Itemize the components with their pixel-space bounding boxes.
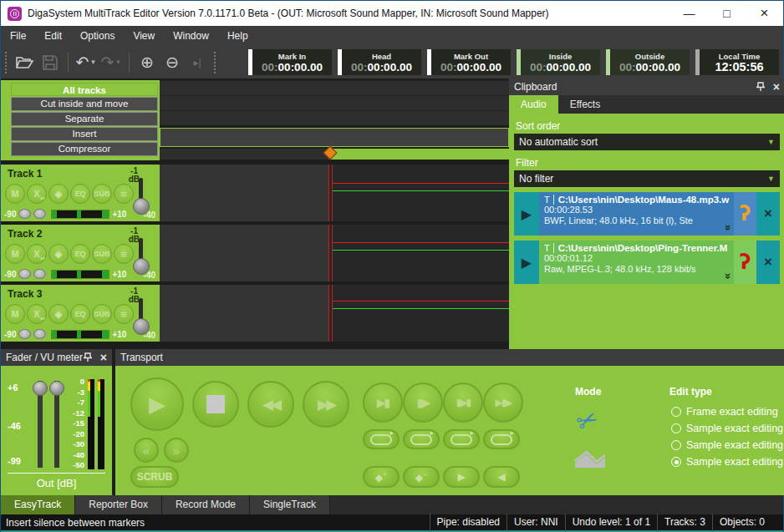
menu-help[interactable]: Help: [218, 26, 257, 46]
maximize-button[interactable]: □: [708, 1, 746, 26]
skip-back-button[interactable]: «: [134, 438, 159, 463]
insert-button[interactable]: Insert: [11, 127, 158, 141]
close-icon[interactable]: ×: [773, 81, 780, 93]
radio-icon[interactable]: [671, 407, 681, 417]
cut-mode-button[interactable]: ✂: [572, 403, 603, 438]
stop-button[interactable]: [192, 381, 239, 428]
mute-button[interactable]: M: [5, 244, 25, 264]
open-file-button[interactable]: [13, 50, 38, 75]
edit-option-row[interactable]: Frame exact editing: [671, 406, 778, 418]
eq-button[interactable]: EQ: [70, 244, 90, 264]
track-small-button[interactable]: [18, 269, 31, 279]
tab-effects[interactable]: Effects: [558, 95, 612, 114]
radio-icon[interactable]: [671, 440, 681, 450]
track1-wave-area[interactable]: [160, 165, 509, 221]
track-menu-button[interactable]: ≡: [114, 304, 134, 324]
menu-edit[interactable]: Edit: [35, 26, 71, 46]
zoom-out-button[interactable]: ⊖: [160, 50, 185, 75]
pin-icon[interactable]: [756, 82, 765, 92]
play-between-marks-button[interactable]: ▮▶▮: [443, 383, 483, 423]
rewind-button[interactable]: ◀◀: [247, 381, 294, 428]
edit-option-row[interactable]: Sample exact editing us: [671, 439, 784, 451]
menu-view[interactable]: View: [124, 26, 164, 46]
compressor-button[interactable]: Compressor: [11, 142, 158, 156]
eq-button[interactable]: EQ: [70, 304, 90, 324]
toolbar-grip[interactable]: [214, 52, 217, 73]
cut-button[interactable]: X✂: [27, 304, 47, 324]
tab-audio[interactable]: Audio: [509, 95, 558, 114]
edit-option-row[interactable]: Sample exact editing us: [671, 456, 784, 468]
skip-forward-button[interactable]: »: [164, 438, 189, 463]
tab-easytrack[interactable]: EasyTrack: [1, 495, 75, 514]
cut-button[interactable]: X✂: [27, 184, 47, 204]
track-small-button[interactable]: [33, 329, 46, 339]
redo-button[interactable]: ↷▼: [99, 50, 124, 75]
marker-button[interactable]: ◆: [48, 184, 69, 204]
head-display[interactable]: Head 00:00:00.00: [338, 49, 421, 75]
track-small-button[interactable]: [33, 209, 46, 219]
sub-button[interactable]: SUB: [92, 244, 112, 264]
menu-options[interactable]: Options: [71, 26, 124, 46]
remove-marker-button[interactable]: ◆−: [403, 466, 440, 488]
chevron-expand-icon[interactable]: »: [722, 225, 734, 231]
radio-icon[interactable]: [671, 423, 681, 433]
sort-order-select[interactable]: No automatic sort ▼: [514, 134, 780, 150]
track-menu-button[interactable]: ≡: [114, 184, 134, 204]
eq-button[interactable]: EQ: [70, 184, 90, 204]
filter-select[interactable]: No filter ▼: [514, 170, 780, 187]
menu-window[interactable]: Window: [164, 26, 218, 46]
menu-file[interactable]: File: [1, 26, 35, 46]
fast-forward-button[interactable]: ▶▶: [303, 381, 349, 428]
next-marker-button[interactable]: ▶: [443, 466, 480, 488]
mark-out-display[interactable]: Mark Out 00:00:00.00: [427, 49, 511, 75]
add-marker-button[interactable]: ◆+: [363, 466, 400, 488]
remove-entry-button[interactable]: ×: [756, 192, 780, 236]
close-button[interactable]: ×: [746, 1, 783, 26]
mute-button[interactable]: M: [5, 304, 25, 324]
remove-entry-button[interactable]: ×: [756, 241, 780, 284]
loop-button[interactable]: [443, 429, 480, 449]
track-menu-button[interactable]: ≡: [114, 244, 134, 264]
play-around-mark-button[interactable]: ▶▮▶: [483, 383, 523, 423]
zoom-in-button[interactable]: ⊕: [135, 50, 160, 75]
play-from-mark-button[interactable]: ▮▶: [403, 383, 443, 423]
clipboard-entry[interactable]: ▶ T C:\Users\nin\Desktop\Maus-48.mp3.w 0…: [514, 192, 780, 236]
tab-reporter-box[interactable]: Reporter Box: [75, 495, 162, 514]
sub-button[interactable]: SUB: [92, 184, 112, 204]
tab-singletrack[interactable]: SingleTrack: [250, 495, 330, 514]
loop-button[interactable]: [483, 429, 520, 449]
all-tracks-header[interactable]: All tracks: [11, 83, 158, 96]
prelisten-button[interactable]: ʔ: [734, 192, 756, 236]
track2-wave-area[interactable]: [160, 225, 509, 281]
track3-wave-area[interactable]: [160, 285, 509, 342]
loop-button[interactable]: [363, 429, 400, 449]
sub-button[interactable]: SUB: [92, 304, 112, 324]
inside-display[interactable]: Inside 00:00:00.00: [517, 49, 600, 75]
track-small-button[interactable]: [33, 269, 46, 279]
track-small-button[interactable]: [18, 209, 31, 219]
envelope-mode-button[interactable]: [573, 446, 607, 473]
mark-in-display[interactable]: Mark In 00:00:00.00: [248, 49, 332, 75]
goto-marker-button[interactable]: ▸|: [185, 50, 210, 75]
cut-button[interactable]: X✂: [27, 244, 47, 264]
play-entry-button[interactable]: ▶: [514, 192, 539, 236]
out-fader-right-knob[interactable]: [49, 381, 64, 396]
undo-button[interactable]: ↶▼: [74, 50, 99, 75]
timeline-scrollbar[interactable]: [160, 149, 509, 160]
prelisten-button[interactable]: ʔ: [734, 241, 756, 284]
edit-option-row[interactable]: Sample exact editing at: [671, 423, 784, 434]
out-fader-left-knob[interactable]: [33, 381, 48, 396]
scrub-button[interactable]: SCRUB: [130, 466, 179, 488]
loop-button[interactable]: [403, 429, 440, 449]
toolbar-grip[interactable]: [5, 52, 8, 73]
minimize-button[interactable]: —: [670, 1, 708, 26]
pin-icon[interactable]: [84, 352, 92, 362]
marker-button[interactable]: ◆: [48, 244, 69, 264]
play-button[interactable]: ▶: [130, 377, 184, 431]
radio-icon[interactable]: [671, 457, 681, 467]
track-small-button[interactable]: [18, 329, 31, 339]
clipboard-entry[interactable]: ▶ T C:\Users\nin\Desktop\Ping-Trenner.M …: [514, 241, 780, 284]
close-icon[interactable]: ×: [100, 352, 107, 363]
tab-record-mode[interactable]: Record Mode: [162, 495, 250, 514]
overview-strip[interactable]: [160, 128, 509, 147]
